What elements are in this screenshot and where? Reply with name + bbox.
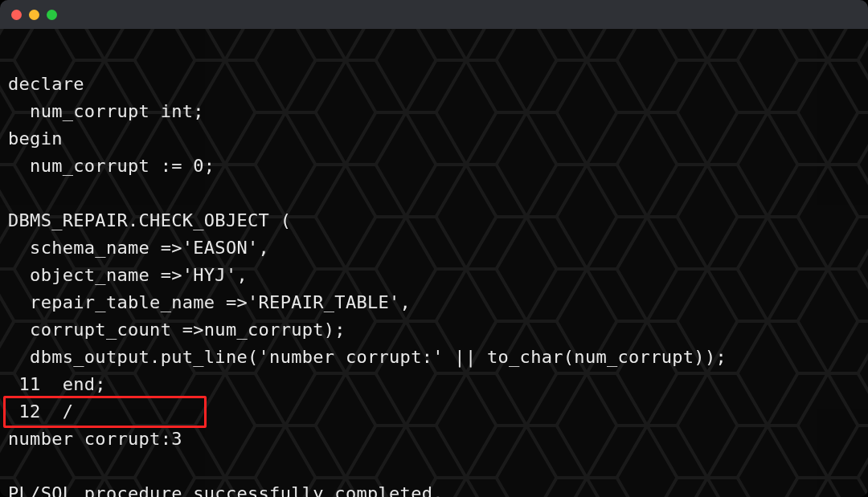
terminal-window: declare num_corrupt int; begin num_corru… — [0, 0, 868, 497]
zoom-icon[interactable] — [47, 10, 57, 20]
code-line: declare — [8, 74, 84, 94]
code-line: object_name =>'HYJ', — [8, 265, 248, 285]
close-icon[interactable] — [11, 10, 22, 20]
code-line: repair_table_name =>'REPAIR_TABLE', — [8, 292, 411, 312]
code-line: num_corrupt := 0; — [8, 156, 215, 176]
code-line: 11 end; — [8, 374, 106, 394]
code-line: schema_name =>'EASON', — [8, 238, 269, 258]
code-line: 12 / — [8, 401, 73, 422]
code-line: dbms_output.put_line('number corrupt:' |… — [8, 347, 727, 367]
minimize-icon[interactable] — [29, 10, 39, 20]
terminal-output[interactable]: declare num_corrupt int; begin num_corru… — [0, 29, 868, 497]
code-line: begin — [8, 128, 63, 149]
code-line: num_corrupt int; — [8, 101, 204, 121]
titlebar — [0, 0, 868, 29]
output-line-success: PL/SQL procedure successfully completed. — [8, 483, 444, 497]
code-line: corrupt_count =>num_corrupt); — [8, 320, 346, 340]
output-line-corrupt: number corrupt:3 — [8, 429, 182, 449]
code-line: DBMS_REPAIR.CHECK_OBJECT ( — [8, 210, 291, 230]
